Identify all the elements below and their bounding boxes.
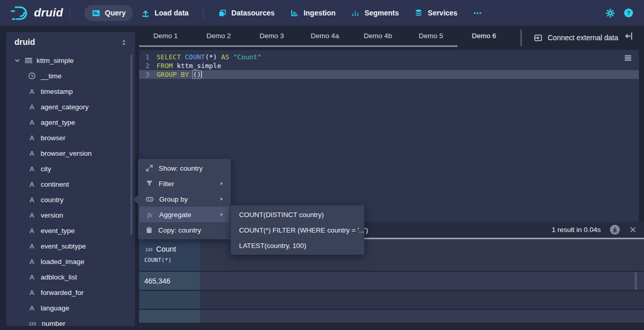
topbar-nav: QueryLoad dataDatasourcesIngestionSegmen… xyxy=(84,5,489,21)
chevron-down-icon[interactable] xyxy=(14,57,21,64)
tree-item-__time[interactable]: __time xyxy=(6,68,135,84)
string-icon: A xyxy=(28,304,36,312)
line-number: 2 xyxy=(139,61,157,70)
tree-item-browser[interactable]: Abrowser xyxy=(6,130,135,145)
tab-underline xyxy=(139,45,457,47)
sidebar-scrollbar[interactable] xyxy=(130,54,132,235)
svg-text:A: A xyxy=(29,180,35,188)
more-icon xyxy=(473,9,482,18)
tree-item-label: browser xyxy=(41,134,65,142)
svg-text:A: A xyxy=(29,289,35,296)
menu-item-aggregate[interactable]: fxAggregate xyxy=(140,207,229,222)
sql-token: GROUP BY xyxy=(157,71,189,78)
tab-demo-4a[interactable]: Demo 4a xyxy=(298,27,351,45)
tab-demo-3[interactable]: Demo 3 xyxy=(245,27,298,45)
tree-item-label: agent_category xyxy=(41,103,89,111)
connect-external-data-button[interactable]: Connect external data xyxy=(534,30,618,45)
menu-item-label: Aggregate xyxy=(159,211,191,219)
result-column-name: Count xyxy=(156,245,176,253)
tab-demo-1[interactable]: Demo 1 xyxy=(139,27,192,45)
connect-external-icon xyxy=(534,34,543,42)
tab-demo-4b[interactable]: Demo 4b xyxy=(351,27,404,45)
topbar-item-query[interactable]: Query xyxy=(84,5,133,21)
help-icon[interactable]: ? xyxy=(623,8,634,18)
tree-item-forwarded_for[interactable]: Aforwarded_for xyxy=(6,285,135,300)
function-icon: fx xyxy=(145,210,154,219)
string-icon: A xyxy=(28,149,36,157)
topbar: druid QueryLoad dataDatasourcesIngestion… xyxy=(0,0,644,26)
result-column-expression: COUNT(*) xyxy=(144,257,200,263)
svg-text:A: A xyxy=(29,103,35,111)
tree-item-label: number xyxy=(42,320,65,326)
submenu-item[interactable]: COUNT(*) FILTER (WHERE country = '...') xyxy=(232,222,363,238)
download-icon[interactable] xyxy=(609,224,620,235)
topbar-item-label: Ingestion xyxy=(303,9,335,17)
datasources-icon xyxy=(218,9,227,18)
menu-item-filter[interactable]: Filter xyxy=(140,176,229,191)
submenu-item[interactable]: LATEST(country, 100) xyxy=(232,238,363,253)
tree-item-label: event_type xyxy=(41,227,75,235)
filter-icon xyxy=(145,179,154,188)
tab-demo-2[interactable]: Demo 2 xyxy=(192,27,245,45)
collapse-panel-icon[interactable] xyxy=(624,31,634,41)
topbar-item-load-data[interactable]: Load data xyxy=(134,5,196,21)
schema-sidebar: druid kttm_simple__timeAtimestampAagent_… xyxy=(6,32,135,326)
number-icon: 123 xyxy=(28,319,37,326)
segments-icon xyxy=(351,9,360,18)
editor-menu-icon[interactable] xyxy=(623,54,633,62)
tree-item-label: country xyxy=(41,196,63,204)
tree-item-loaded_image[interactable]: Aloaded_image xyxy=(6,254,135,269)
tree-item-city[interactable]: Acity xyxy=(6,161,135,176)
tree-item-agent_category[interactable]: Aagent_category xyxy=(6,99,135,114)
submenu-item-label: COUNT(DISTINCT country) xyxy=(239,211,324,219)
close-icon[interactable] xyxy=(629,226,637,234)
tree-item-kttm_simple[interactable]: kttm_simple xyxy=(6,53,135,68)
sql-token: FROM xyxy=(157,62,173,70)
submenu-item-label: LATEST(country, 100) xyxy=(239,242,306,250)
text-cursor xyxy=(201,71,202,78)
tree-item-label: version xyxy=(41,211,63,219)
tree-item-number[interactable]: 123number xyxy=(6,316,135,326)
topbar-item-datasources[interactable]: Datasources xyxy=(211,5,282,21)
string-icon: A xyxy=(28,180,36,188)
tree-item-label: browser_version xyxy=(41,150,92,157)
result-cell[interactable] xyxy=(139,291,200,310)
menu-item-show-country[interactable]: Show: country xyxy=(140,160,229,176)
caret-right-icon xyxy=(218,195,225,203)
tree-item-browser_version[interactable]: Abrowser_version xyxy=(6,145,135,161)
code-text: FROM kttm_simple xyxy=(157,61,221,70)
topbar-item-ingestion[interactable]: Ingestion xyxy=(283,5,343,21)
results-table: 123Count COUNT(*) 465,346 xyxy=(139,239,644,326)
submenu-item[interactable]: COUNT(DISTINCT country) xyxy=(232,207,363,222)
tree-item-agent_type[interactable]: Aagent_type xyxy=(6,114,135,130)
result-column-header[interactable]: 123Count COUNT(*) xyxy=(139,239,200,272)
tree-item-continent[interactable]: Acontinent xyxy=(6,176,135,192)
topbar-more-button[interactable] xyxy=(466,5,489,21)
string-icon: A xyxy=(28,118,36,126)
results-scrollbar[interactable] xyxy=(635,272,637,290)
druid-console: { "colors": { "accent": "#2bd3f2", "keyw… xyxy=(0,0,644,330)
result-cell[interactable] xyxy=(139,310,200,323)
topbar-item-services[interactable]: Services xyxy=(407,5,465,21)
sort-icon[interactable] xyxy=(120,39,128,46)
sql-token: () xyxy=(193,71,201,78)
tree-item-event_subtype[interactable]: Aevent_subtype xyxy=(6,238,135,254)
druid-logo-icon[interactable] xyxy=(9,4,31,22)
tree-item-version[interactable]: Aversion xyxy=(6,207,135,223)
code-text: SELECT COUNT(*) AS "Count" xyxy=(157,53,262,61)
result-row-filler xyxy=(200,291,644,310)
tab-demo-5[interactable]: Demo 5 xyxy=(404,27,457,45)
result-cell[interactable]: 465,346 xyxy=(139,272,200,291)
tree-item-country[interactable]: Acountry xyxy=(6,192,135,207)
tree-item-language[interactable]: Alanguage xyxy=(6,300,135,316)
gear-icon[interactable] xyxy=(605,8,615,18)
tree-item-timestamp[interactable]: Atimestamp xyxy=(6,84,135,99)
tree-item-adblock_list[interactable]: Aadblock_list xyxy=(6,269,135,285)
topbar-item-segments[interactable]: Segments xyxy=(344,5,406,21)
menu-item-copy-country[interactable]: Copy: country xyxy=(140,222,229,238)
query-icon xyxy=(92,9,100,18)
menu-item-group-by[interactable]: Group by xyxy=(140,191,229,207)
tab-demo-6[interactable]: Demo 6 xyxy=(457,27,511,45)
tree-item-event_type[interactable]: Aevent_type xyxy=(6,223,135,238)
topbar-item-label: Segments xyxy=(364,9,399,17)
